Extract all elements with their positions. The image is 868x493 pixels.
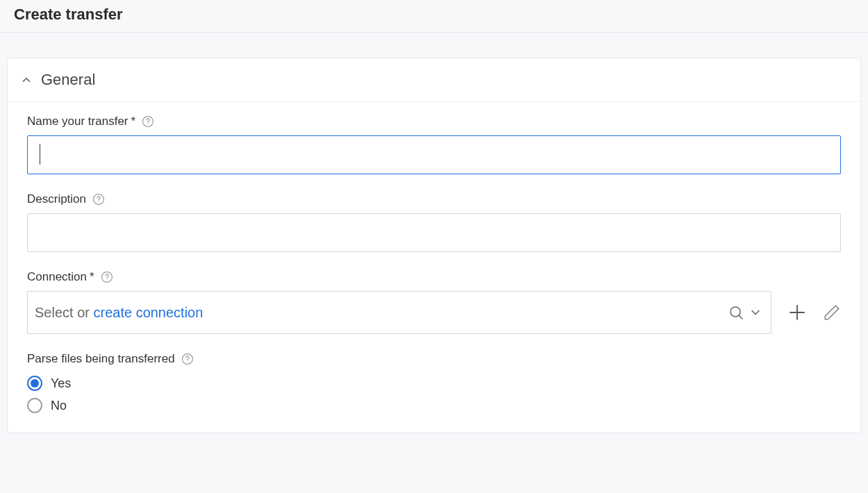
field-name-label: Name your transfer [27, 115, 128, 128]
section-general-header[interactable]: General [8, 58, 860, 102]
field-description: Description [27, 192, 841, 252]
field-connection: Connection * Select or create connection [27, 270, 841, 334]
edit-connection-button[interactable] [823, 303, 841, 321]
field-name: Name your transfer * [27, 115, 841, 174]
svg-point-11 [187, 361, 187, 362]
page-title: Create transfer [14, 6, 854, 24]
radio-dot [31, 379, 39, 387]
radio-yes-label: Yes [51, 376, 71, 391]
required-mark: * [90, 270, 94, 284]
section-general-title: General [41, 71, 95, 89]
connection-select-icons [728, 304, 762, 321]
create-connection-link[interactable]: create connection [93, 305, 203, 320]
help-icon[interactable] [92, 192, 106, 206]
radio-yes[interactable]: Yes [27, 376, 841, 391]
connection-row: Select or create connection [27, 291, 841, 334]
radio-circle-unchecked [27, 398, 42, 413]
field-parse: Parse files being transferred [27, 352, 841, 413]
connection-placeholder: Select or create connection [35, 305, 728, 321]
help-icon[interactable] [141, 115, 155, 128]
search-icon[interactable] [728, 304, 744, 321]
svg-point-1 [148, 124, 149, 124]
svg-line-7 [739, 315, 742, 319]
connection-select[interactable]: Select or create connection [27, 291, 771, 334]
required-mark: * [131, 115, 136, 128]
connection-placeholder-prefix: Select or [35, 305, 93, 320]
chevron-up-icon [20, 74, 33, 86]
svg-point-5 [106, 279, 107, 280]
form-panel: General Name your transfer * [7, 58, 861, 433]
help-icon[interactable] [100, 270, 114, 284]
radio-no-label: No [51, 399, 67, 413]
radio-no[interactable]: No [27, 398, 841, 413]
form-body: Name your transfer * [8, 102, 860, 433]
field-name-label-row: Name your transfer * [27, 115, 841, 128]
name-input[interactable] [27, 135, 841, 174]
svg-point-3 [99, 201, 99, 202]
description-input[interactable] [27, 213, 841, 252]
field-description-label: Description [27, 192, 86, 206]
help-icon[interactable] [181, 352, 194, 366]
field-connection-label: Connection [27, 270, 87, 284]
main-content: General Name your transfer * [0, 33, 868, 440]
radio-circle-checked [27, 376, 42, 391]
field-connection-label-row: Connection * [27, 270, 841, 284]
chevron-down-icon[interactable] [749, 306, 762, 319]
field-parse-label: Parse files being transferred [27, 352, 175, 366]
field-parse-label-row: Parse files being transferred [27, 352, 841, 366]
input-caret [40, 144, 40, 165]
name-input-wrapper [27, 135, 841, 174]
parse-radio-group: Yes No [27, 376, 841, 413]
field-description-label-row: Description [27, 192, 841, 206]
page-header: Create transfer [0, 0, 868, 33]
add-connection-button[interactable] [787, 302, 808, 323]
